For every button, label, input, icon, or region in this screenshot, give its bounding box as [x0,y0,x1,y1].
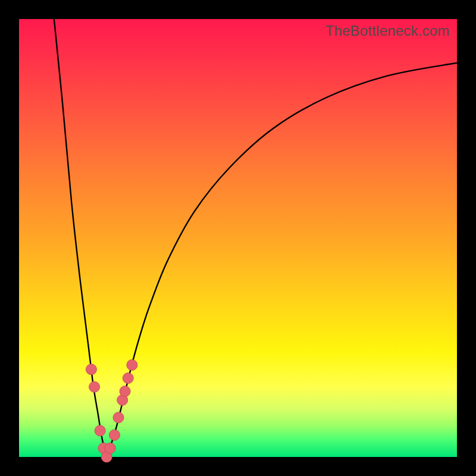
data-dot [113,412,124,423]
plot-area: TheBottleneck.com [19,19,457,457]
data-dot [127,359,137,370]
data-dot [120,386,130,397]
data-dot [86,364,96,375]
chart-svg [19,19,457,457]
data-dot [123,373,133,384]
data-dot [105,443,115,453]
chart-frame: TheBottleneck.com [0,0,476,476]
data-dot [95,425,105,436]
curve-left-branch [54,19,107,457]
curve-right-branch [107,63,457,457]
data-dot [109,430,120,440]
data-dot [89,381,100,392]
dot-group [86,359,137,462]
